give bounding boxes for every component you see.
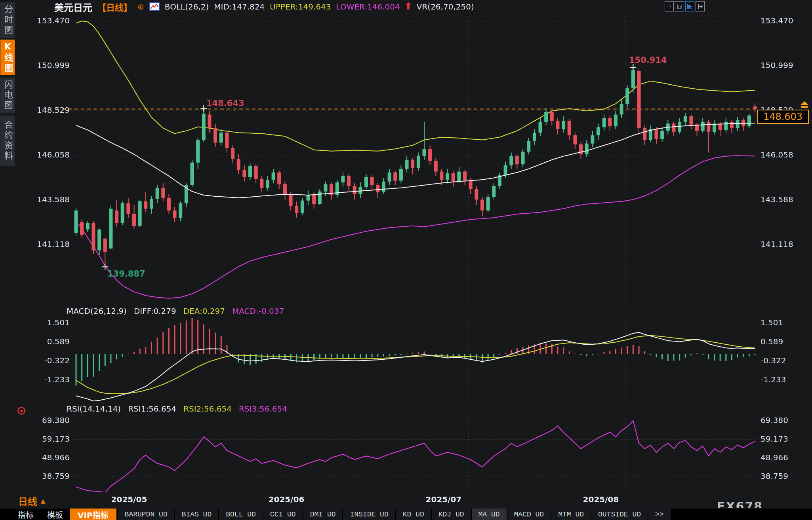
period-selector[interactable]: 日线 ▲	[18, 494, 46, 508]
tab-kdj_ud[interactable]: KDJ_UD	[432, 509, 471, 520]
tab-vip指标[interactable]: VIP指标	[70, 509, 116, 520]
period-text: 日线	[18, 494, 37, 508]
price-up-arrows-icon	[799, 101, 810, 111]
rsi-tick-right: 48.966	[761, 453, 788, 462]
tab-模板[interactable]: 模板	[40, 509, 70, 520]
price-tick-left: 150.999	[35, 61, 70, 70]
rsi-label-row: RSI(14,14,14) RSI1:56.654 RSI2:56.654 RS…	[67, 404, 287, 414]
macd-macd-value: MACD:-0.037	[232, 306, 284, 316]
boll-upper-value: UPPER:149.643	[270, 2, 331, 11]
swing-high-annotation-2: 150.914	[629, 55, 667, 65]
tab-kd_ud[interactable]: KD_UD	[396, 509, 431, 520]
last-price-box: 148.603	[757, 110, 809, 124]
macd-label-row: MACD(26,12,9) DIFF:0.279 DEA:0.297 MACD:…	[67, 306, 284, 316]
tab-barupdn_ud[interactable]: BARUPDN_UD	[118, 509, 174, 520]
price-tick-left: 148.529	[35, 105, 70, 115]
price-tick-right: 150.999	[761, 61, 793, 70]
rsi-tick-right: 59.173	[761, 434, 788, 444]
boll-lower-value: LOWER:146.004	[336, 2, 400, 11]
tab-outside_ud[interactable]: OUTSIDE_UD	[591, 509, 648, 520]
up-arrow-icon	[405, 2, 412, 12]
price-tick-right: 141.118	[761, 239, 793, 249]
tab-inside_ud[interactable]: INSIDE_UD	[343, 509, 395, 520]
price-tick-right: 146.058	[761, 150, 793, 159]
candlestick-chart-canvas[interactable]	[0, 0, 812, 520]
crosshair-tool-button[interactable]	[665, 1, 674, 11]
macd-tick-left: 1.501	[35, 318, 70, 327]
rsi-tick-right: 69.380	[761, 416, 788, 425]
price-tick-left: 153.470	[35, 16, 70, 25]
right-axis-tool-button[interactable]	[696, 1, 705, 11]
macd-tick-right: -0.322	[761, 356, 786, 365]
tab-bias_ud[interactable]: BIAS_UD	[175, 509, 219, 520]
xaxis-date-label: 2025/05	[111, 495, 147, 504]
xaxis-date-label: 2025/06	[269, 495, 305, 504]
rsi-tick-left: 59.173	[35, 434, 70, 444]
record-icon[interactable]	[17, 407, 25, 415]
xaxis-date-label: 2025/08	[583, 495, 619, 504]
add-indicator-icon[interactable]: ⊕	[137, 3, 144, 11]
price-tick-right: 143.588	[761, 195, 793, 204]
price-tick-left: 146.058	[35, 150, 70, 159]
rsi2-value: RSI2:56.654	[183, 404, 232, 414]
indicator-tab-bar: 指标模板VIP指标BARUPDN_UDBIAS_UDBOLL_UDCCI_UDD…	[0, 508, 812, 520]
rsi-tick-right: 38.759	[761, 471, 788, 481]
swing-low-annotation: 139.887	[107, 269, 145, 279]
triangle-up-icon: ▲	[41, 497, 46, 505]
tab-cci_ud[interactable]: CCI_UD	[263, 509, 303, 520]
macd-tick-left: -0.322	[35, 356, 70, 365]
boll-label: BOLL(26,2)	[165, 2, 209, 11]
rsi3-value: RSI3:56.654	[239, 404, 287, 414]
tab-mtm_ud[interactable]: MTM_UD	[551, 509, 591, 520]
vr-label: VR(26,70,250)	[417, 2, 474, 11]
xaxis-date-label: 2025/07	[426, 495, 462, 504]
tab->>[interactable]: >>	[648, 509, 671, 520]
tab-ma_ud[interactable]: MA_UD	[472, 509, 507, 520]
rsi-title: RSI(14,14,14)	[67, 404, 121, 414]
macd-dea-value: DEA:0.297	[183, 306, 225, 316]
swing-high-annotation-1: 148.643	[206, 99, 244, 108]
sidebar-item-contract-info[interactable]: 合约资料	[0, 116, 15, 166]
macd-tick-left: -1.233	[35, 375, 70, 384]
tab-boll_ud[interactable]: BOLL_UD	[219, 509, 263, 520]
period-badge: 【日线】	[97, 0, 132, 13]
price-tick-right: 153.470	[761, 16, 793, 25]
chart-zoom-tool-button-active[interactable]	[685, 1, 694, 11]
boll-mid-value: MID:147.824	[214, 2, 265, 11]
mini-chart-icon[interactable]	[149, 2, 160, 11]
tab-dmi_ud[interactable]: DMI_UD	[303, 509, 343, 520]
axis-scale-tool-button[interactable]	[675, 1, 684, 11]
macd-tick-right: 0.589	[761, 337, 783, 346]
price-tick-left: 141.118	[35, 239, 70, 249]
tab-macd_ud[interactable]: MACD_UD	[507, 509, 551, 520]
tab-指标[interactable]: 指标	[11, 509, 40, 520]
price-tick-left: 143.588	[35, 195, 70, 204]
symbol-title: 美元日元	[54, 0, 92, 14]
macd-title: MACD(26,12,9)	[67, 306, 127, 316]
sidebar-item-kline-chart[interactable]: K线图	[0, 40, 15, 75]
chart-header: 美元日元 【日线】 ⊕ BOLL(26,2) MID:147.824 UPPER…	[54, 0, 474, 13]
rsi-tick-left: 38.759	[35, 471, 70, 481]
rsi-tick-left: 48.966	[35, 453, 70, 462]
macd-tick-left: 0.589	[35, 337, 70, 346]
macd-tick-right: -1.233	[761, 375, 786, 384]
macd-tick-right: 1.501	[761, 318, 783, 327]
macd-diff-value: DIFF:0.279	[134, 306, 176, 316]
rsi-tick-left: 69.380	[35, 416, 70, 425]
chart-toolbar	[665, 1, 705, 11]
sidebar-item-time-chart[interactable]: 分时图	[0, 2, 15, 38]
rsi1-value: RSI1:56.654	[128, 404, 176, 414]
sidebar-item-flash-chart[interactable]: 闪电图	[0, 78, 15, 113]
tabbar-spacer	[0, 509, 11, 520]
